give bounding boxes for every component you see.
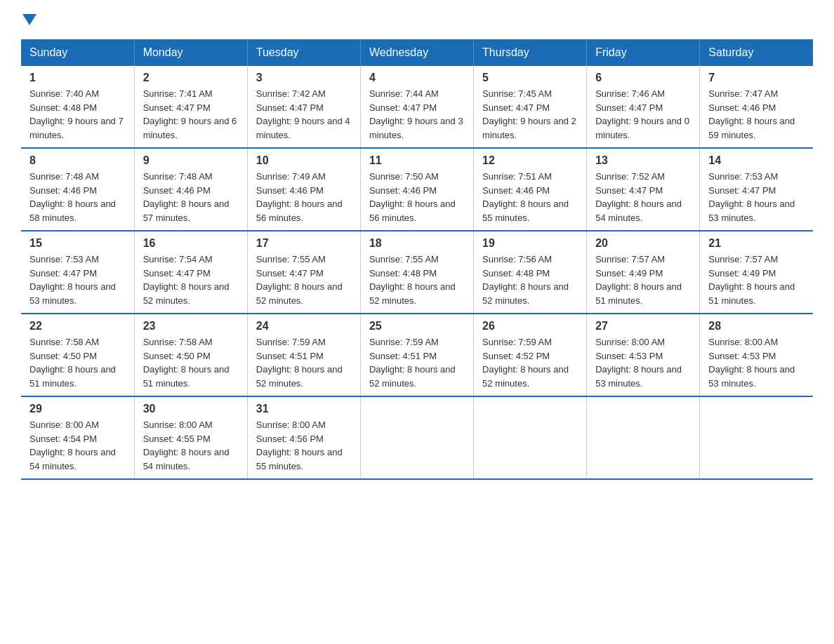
day-info: Sunrise: 8:00 AMSunset: 4:53 PMDaylight:… <box>708 335 805 390</box>
day-number: 6 <box>595 72 691 84</box>
day-cell: 2 Sunrise: 7:41 AMSunset: 4:47 PMDayligh… <box>134 66 247 148</box>
day-cell: 10 Sunrise: 7:49 AMSunset: 4:46 PMDaylig… <box>247 148 360 231</box>
day-info: Sunrise: 7:48 AMSunset: 4:46 PMDaylight:… <box>143 170 239 224</box>
day-cell: 9 Sunrise: 7:48 AMSunset: 4:46 PMDayligh… <box>134 148 247 231</box>
calendar-body: 1 Sunrise: 7:40 AMSunset: 4:48 PMDayligh… <box>21 66 813 479</box>
day-info: Sunrise: 7:59 AMSunset: 4:51 PMDaylight:… <box>369 335 465 390</box>
day-cell: 1 Sunrise: 7:40 AMSunset: 4:48 PMDayligh… <box>21 66 134 148</box>
day-number: 30 <box>143 403 239 415</box>
day-cell: 16 Sunrise: 7:54 AMSunset: 4:47 PMDaylig… <box>134 231 247 314</box>
header-cell-tuesday: Tuesday <box>247 39 360 66</box>
logo <box>21 14 38 25</box>
day-info: Sunrise: 7:59 AMSunset: 4:51 PMDaylight:… <box>256 335 352 390</box>
day-info: Sunrise: 7:58 AMSunset: 4:50 PMDaylight:… <box>143 335 239 390</box>
day-cell: 30 Sunrise: 8:00 AMSunset: 4:55 PMDaylig… <box>134 396 247 479</box>
day-number: 23 <box>143 320 239 333</box>
day-cell: 12 Sunrise: 7:51 AMSunset: 4:46 PMDaylig… <box>474 148 587 231</box>
week-row-2: 8 Sunrise: 7:48 AMSunset: 4:46 PMDayligh… <box>21 148 813 231</box>
header-cell-friday: Friday <box>587 39 700 66</box>
day-number: 11 <box>369 154 465 167</box>
day-cell: 24 Sunrise: 7:59 AMSunset: 4:51 PMDaylig… <box>247 314 360 396</box>
day-info: Sunrise: 8:00 AMSunset: 4:56 PMDaylight:… <box>256 418 352 473</box>
day-number: 2 <box>143 72 239 84</box>
day-cell <box>700 396 813 479</box>
calendar-header: SundayMondayTuesdayWednesdayThursdayFrid… <box>21 39 813 66</box>
header-cell-sunday: Sunday <box>21 39 134 66</box>
day-info: Sunrise: 7:55 AMSunset: 4:47 PMDaylight:… <box>256 253 352 307</box>
header-cell-monday: Monday <box>134 39 247 66</box>
day-number: 8 <box>29 154 126 167</box>
day-cell: 4 Sunrise: 7:44 AMSunset: 4:47 PMDayligh… <box>360 66 473 148</box>
day-cell: 18 Sunrise: 7:55 AMSunset: 4:48 PMDaylig… <box>360 231 473 314</box>
day-info: Sunrise: 7:46 AMSunset: 4:47 PMDaylight:… <box>595 87 691 142</box>
logo-triangle-icon <box>22 14 37 25</box>
day-number: 12 <box>482 154 578 167</box>
day-number: 4 <box>369 72 465 84</box>
day-cell <box>587 396 700 479</box>
day-cell: 17 Sunrise: 7:55 AMSunset: 4:47 PMDaylig… <box>247 231 360 314</box>
day-info: Sunrise: 7:56 AMSunset: 4:48 PMDaylight:… <box>482 253 578 307</box>
day-info: Sunrise: 7:51 AMSunset: 4:46 PMDaylight:… <box>482 170 578 224</box>
day-info: Sunrise: 7:55 AMSunset: 4:48 PMDaylight:… <box>369 253 465 307</box>
day-info: Sunrise: 7:42 AMSunset: 4:47 PMDaylight:… <box>256 87 352 142</box>
day-number: 7 <box>708 72 805 84</box>
day-info: Sunrise: 7:47 AMSunset: 4:46 PMDaylight:… <box>708 87 805 142</box>
day-number: 13 <box>595 154 691 167</box>
day-number: 20 <box>595 237 691 250</box>
day-number: 14 <box>708 154 805 167</box>
day-info: Sunrise: 7:45 AMSunset: 4:47 PMDaylight:… <box>482 87 578 142</box>
day-number: 29 <box>29 403 126 415</box>
day-cell: 19 Sunrise: 7:56 AMSunset: 4:48 PMDaylig… <box>474 231 587 314</box>
day-cell: 11 Sunrise: 7:50 AMSunset: 4:46 PMDaylig… <box>360 148 473 231</box>
day-cell: 31 Sunrise: 8:00 AMSunset: 4:56 PMDaylig… <box>247 396 360 479</box>
day-cell: 5 Sunrise: 7:45 AMSunset: 4:47 PMDayligh… <box>474 66 587 148</box>
page-header <box>21 14 813 25</box>
day-cell: 22 Sunrise: 7:58 AMSunset: 4:50 PMDaylig… <box>21 314 134 396</box>
week-row-3: 15 Sunrise: 7:53 AMSunset: 4:47 PMDaylig… <box>21 231 813 314</box>
day-info: Sunrise: 7:41 AMSunset: 4:47 PMDaylight:… <box>143 87 239 142</box>
day-number: 22 <box>29 320 126 333</box>
day-cell: 8 Sunrise: 7:48 AMSunset: 4:46 PMDayligh… <box>21 148 134 231</box>
day-info: Sunrise: 7:53 AMSunset: 4:47 PMDaylight:… <box>708 170 805 224</box>
day-number: 9 <box>143 154 239 167</box>
day-number: 15 <box>29 237 126 250</box>
week-row-5: 29 Sunrise: 8:00 AMSunset: 4:54 PMDaylig… <box>21 396 813 479</box>
day-cell: 23 Sunrise: 7:58 AMSunset: 4:50 PMDaylig… <box>134 314 247 396</box>
day-number: 31 <box>256 403 352 415</box>
day-number: 27 <box>595 320 691 333</box>
day-number: 26 <box>482 320 578 333</box>
day-info: Sunrise: 7:48 AMSunset: 4:46 PMDaylight:… <box>29 170 126 224</box>
day-info: Sunrise: 7:50 AMSunset: 4:46 PMDaylight:… <box>369 170 465 224</box>
day-number: 10 <box>256 154 352 167</box>
day-number: 5 <box>482 72 578 84</box>
week-row-1: 1 Sunrise: 7:40 AMSunset: 4:48 PMDayligh… <box>21 66 813 148</box>
day-info: Sunrise: 7:53 AMSunset: 4:47 PMDaylight:… <box>29 253 126 307</box>
day-number: 16 <box>143 237 239 250</box>
day-info: Sunrise: 7:52 AMSunset: 4:47 PMDaylight:… <box>595 170 691 224</box>
week-row-4: 22 Sunrise: 7:58 AMSunset: 4:50 PMDaylig… <box>21 314 813 396</box>
day-number: 25 <box>369 320 465 333</box>
calendar-table: SundayMondayTuesdayWednesdayThursdayFrid… <box>21 39 813 480</box>
day-cell: 25 Sunrise: 7:59 AMSunset: 4:51 PMDaylig… <box>360 314 473 396</box>
day-number: 3 <box>256 72 352 84</box>
day-cell <box>474 396 587 479</box>
header-cell-wednesday: Wednesday <box>360 39 473 66</box>
header-row: SundayMondayTuesdayWednesdayThursdayFrid… <box>21 39 813 66</box>
day-info: Sunrise: 7:44 AMSunset: 4:47 PMDaylight:… <box>369 87 465 142</box>
day-info: Sunrise: 8:00 AMSunset: 4:54 PMDaylight:… <box>29 418 126 473</box>
day-cell: 3 Sunrise: 7:42 AMSunset: 4:47 PMDayligh… <box>247 66 360 148</box>
day-info: Sunrise: 7:49 AMSunset: 4:46 PMDaylight:… <box>256 170 352 224</box>
day-cell: 15 Sunrise: 7:53 AMSunset: 4:47 PMDaylig… <box>21 231 134 314</box>
day-cell: 27 Sunrise: 8:00 AMSunset: 4:53 PMDaylig… <box>587 314 700 396</box>
day-info: Sunrise: 7:57 AMSunset: 4:49 PMDaylight:… <box>595 253 691 307</box>
day-cell <box>360 396 473 479</box>
day-info: Sunrise: 8:00 AMSunset: 4:53 PMDaylight:… <box>595 335 691 390</box>
header-cell-saturday: Saturday <box>700 39 813 66</box>
day-cell: 13 Sunrise: 7:52 AMSunset: 4:47 PMDaylig… <box>587 148 700 231</box>
day-info: Sunrise: 7:40 AMSunset: 4:48 PMDaylight:… <box>29 87 126 142</box>
day-info: Sunrise: 8:00 AMSunset: 4:55 PMDaylight:… <box>143 418 239 473</box>
header-cell-thursday: Thursday <box>474 39 587 66</box>
day-info: Sunrise: 7:57 AMSunset: 4:49 PMDaylight:… <box>708 253 805 307</box>
day-info: Sunrise: 7:59 AMSunset: 4:52 PMDaylight:… <box>482 335 578 390</box>
day-info: Sunrise: 7:58 AMSunset: 4:50 PMDaylight:… <box>29 335 126 390</box>
